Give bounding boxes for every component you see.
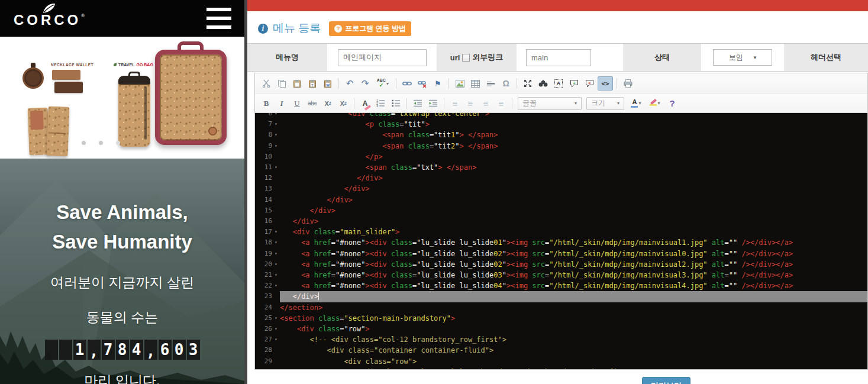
add-placeholder-icon[interactable]: +	[567, 76, 581, 91]
carousel-dots[interactable]	[82, 141, 120, 145]
code-line[interactable]: 26▾ <div class="row">	[255, 324, 867, 334]
code-line[interactable]: 29 <div class="row">	[255, 356, 867, 367]
code-line[interactable]: 16 </div>	[255, 216, 867, 227]
outdent-icon[interactable]	[411, 96, 425, 111]
maximize-icon[interactable]	[521, 76, 535, 91]
undo-icon[interactable]: ↶	[343, 76, 357, 91]
fold-arrow-icon[interactable]: ▾	[272, 113, 280, 119]
code-line[interactable]: 27▾ <!-- <div class="col-12 brandstory_r…	[255, 334, 867, 345]
indent-icon[interactable]	[426, 96, 440, 111]
fold-arrow-icon[interactable]: ▾	[272, 259, 280, 270]
spellcheck-icon[interactable]: ABC ✓ ▾	[373, 76, 392, 91]
fold-arrow-icon[interactable]: ▾	[272, 237, 280, 248]
redo-icon[interactable]: ↷	[358, 76, 372, 91]
font-dropdown[interactable]: 글꼴 ▾	[518, 97, 582, 110]
code-line[interactable]: 12 </div>	[255, 173, 867, 183]
menu-name-input[interactable]	[338, 49, 427, 66]
fold-arrow-icon[interactable]: ▾	[272, 313, 280, 324]
external-link-checkbox[interactable]	[462, 54, 470, 62]
copy-icon[interactable]	[275, 76, 289, 91]
program-link-help-button[interactable]: ? 프로그램 연동 방법	[329, 21, 411, 36]
italic-icon[interactable]: I	[275, 96, 289, 111]
numbered-list-icon[interactable]: 123	[373, 96, 388, 111]
anchor-icon[interactable]: ⚑	[431, 76, 445, 91]
fold-arrow-icon[interactable]: ▾	[272, 130, 280, 140]
unlink-icon[interactable]	[415, 76, 430, 91]
print-icon[interactable]	[621, 76, 635, 91]
remove-placeholder-icon[interactable]: ×	[582, 76, 596, 91]
code-line[interactable]: 17▾ <div class="main_slider">	[255, 227, 867, 237]
code-line[interactable]: 7▾ <p class="tit">	[255, 119, 867, 130]
code-line[interactable]: 8▾ <span class="tit1"> </span>	[255, 130, 867, 140]
fold-arrow-icon[interactable]: ▾	[272, 162, 280, 173]
table-icon[interactable]	[468, 76, 482, 91]
code-line[interactable]: 15 </div>	[255, 205, 867, 216]
fold-arrow-icon[interactable]: ▾	[272, 280, 280, 291]
special-character-icon[interactable]: Ω	[499, 76, 513, 91]
paste-from-word-icon[interactable]: W	[321, 76, 335, 91]
align-right-icon[interactable]: ≡	[479, 96, 493, 111]
carousel-dot[interactable]	[116, 141, 120, 145]
code-line[interactable]: 18▾ <a href="#none"><div class="lu_slide…	[255, 237, 867, 248]
fold-arrow-icon[interactable]: ▾	[272, 334, 280, 345]
select-all-icon[interactable]: A	[551, 76, 566, 91]
code-line[interactable]: 28 <div class="container container-fluid…	[255, 345, 867, 356]
find-icon[interactable]	[536, 76, 550, 91]
code-line[interactable]: 21▾ <a href="#none"><div class="lu_slide…	[255, 270, 867, 280]
code-line[interactable]: 14 </div>	[255, 195, 867, 205]
carousel-dot[interactable]	[82, 141, 86, 145]
code-line[interactable]: 30 <div class="col-12 col-lg-6 brandstor…	[255, 367, 867, 369]
align-center-icon[interactable]: ≡	[463, 96, 477, 111]
code-line[interactable]: 19▾ <a href="#none"><div class="lu_slide…	[255, 249, 867, 259]
animal-counter: 1,784,603	[0, 340, 244, 360]
fold-arrow-icon[interactable]: ▾	[272, 141, 280, 151]
paste-icon[interactable]	[290, 76, 304, 91]
text-color-icon[interactable]: A ▾	[627, 96, 645, 111]
strikethrough-icon[interactable]: abc	[305, 96, 320, 111]
toolbar-separator	[406, 98, 407, 109]
fold-arrow-icon[interactable]: ▾	[272, 249, 280, 259]
carousel-dot[interactable]	[99, 141, 103, 145]
underline-icon[interactable]: U	[290, 96, 304, 111]
code-line[interactable]: 13 </div>	[255, 183, 867, 194]
code-line[interactable]: 25▾<section class="section-main-brandsto…	[255, 313, 867, 324]
code-line[interactable]: 22▾ <a href="#none"><div class="lu_slide…	[255, 280, 867, 291]
menu-name-label: 메뉴명	[247, 44, 327, 71]
paste-as-text-icon[interactable]: T	[305, 76, 320, 91]
url-input[interactable]	[526, 49, 591, 66]
bulleted-list-icon[interactable]	[389, 96, 403, 111]
cut-icon[interactable]	[259, 76, 273, 91]
superscript-icon[interactable]: X2	[336, 96, 350, 111]
line-number: 7	[257, 119, 272, 130]
product-carousel[interactable]: NECKLACE WALLET TRAVEL GO BAG	[0, 37, 244, 159]
size-dropdown[interactable]: 크기 ▾	[586, 97, 624, 110]
fold-arrow-icon[interactable]: ▾	[272, 270, 280, 280]
align-justify-icon[interactable]: ≡	[494, 96, 508, 111]
link-icon[interactable]	[400, 76, 414, 91]
bold-icon[interactable]: B	[259, 96, 273, 111]
site-logo[interactable]: CORCO®	[11, 2, 88, 27]
code-line[interactable]: 23 </div>	[255, 291, 867, 302]
horizontal-line-icon[interactable]	[483, 76, 498, 91]
code-line[interactable]: 20▾ <a href="#none"><div class="lu_slide…	[255, 259, 867, 270]
subscript-icon[interactable]: X2	[321, 96, 335, 111]
code-line[interactable]: 11▾ <span class="txt"> </span>	[255, 162, 867, 173]
status-select[interactable]: 보임 ▾	[713, 49, 772, 66]
background-color-icon[interactable]: ▾	[646, 96, 664, 111]
hamburger-menu-icon[interactable]	[206, 8, 231, 29]
image-icon[interactable]	[453, 76, 467, 91]
line-number: 17	[257, 227, 272, 237]
about-icon[interactable]: ?	[665, 96, 679, 111]
code-line[interactable]: 10 </p>	[255, 151, 867, 162]
fold-arrow-icon[interactable]: ▾	[272, 324, 280, 334]
align-left-icon[interactable]: ≡	[448, 96, 462, 111]
source-code-editor[interactable]: 6▾ <div class="txtwrap text-center">7▾ <…	[255, 113, 867, 369]
fold-arrow-icon[interactable]: ▾	[272, 119, 280, 130]
remove-format-icon[interactable]: A	[358, 96, 372, 111]
preview-button[interactable]: 미리보기	[642, 377, 690, 384]
code-line[interactable]: 24</section>	[255, 302, 867, 313]
code-line[interactable]: 6▾ <div class="txtwrap text-center">	[255, 113, 867, 119]
fold-arrow-icon[interactable]: ▾	[272, 227, 280, 237]
code-line[interactable]: 9▾ <span class="tit2"> </span>	[255, 141, 867, 151]
source-button[interactable]: <>	[598, 76, 613, 91]
